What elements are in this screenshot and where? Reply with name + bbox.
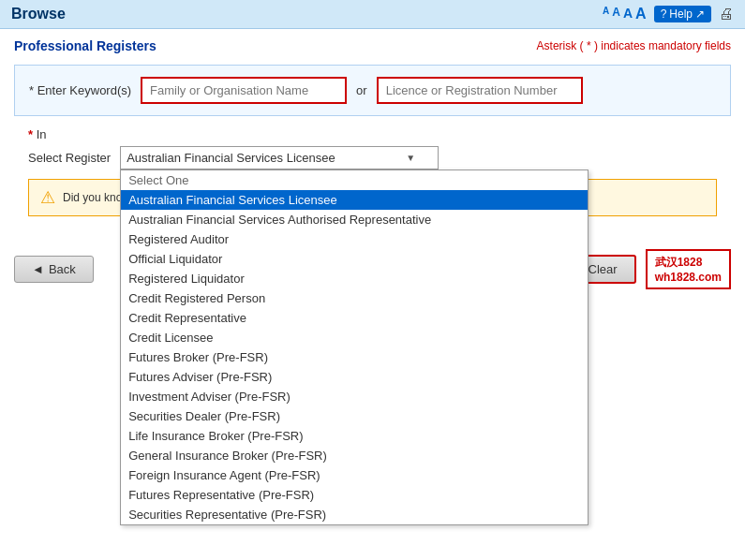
info-icon: ⚠ — [40, 187, 55, 208]
help-label: Help — [669, 7, 693, 21]
back-arrow-icon: ◄ — [32, 262, 44, 276]
font-size-large[interactable]: A — [623, 6, 633, 22]
dropdown-item-fr[interactable]: Futures Representative (Pre-FSR) — [121, 485, 588, 505]
dropdown-item-cr[interactable]: Credit Representative — [121, 308, 588, 328]
print-icon[interactable]: 🖨 — [719, 6, 734, 22]
dropdown-item-cl[interactable]: Credit Licensee — [121, 328, 588, 347]
section-header: Professional Registers Asterisk ( * ) in… — [14, 38, 731, 53]
family-name-input[interactable] — [141, 77, 347, 104]
font-size-medium[interactable]: A — [612, 6, 620, 22]
or-text: or — [356, 83, 367, 97]
font-size-controls: A A A A — [603, 6, 647, 22]
font-size-xlarge[interactable]: A — [635, 6, 647, 22]
main-content: Professional Registers Asterisk ( * ) in… — [0, 29, 745, 235]
help-button[interactable]: ? Help ↗ — [654, 6, 711, 22]
dropdown-item-fa[interactable]: Futures Adviser (Pre-FSR) — [121, 367, 588, 387]
required-star: * — [28, 127, 37, 141]
dropdown-item-lib[interactable]: Life Insurance Broker (Pre-FSR) — [121, 426, 588, 446]
register-dropdown-container: Australian Financial Services Licensee ▼… — [120, 146, 439, 169]
top-bar-right: A A A A ? Help ↗ 🖨 — [603, 6, 734, 22]
watermark: 武汉1828wh1828.com — [646, 249, 731, 289]
back-button[interactable]: ◄ Back — [14, 256, 94, 283]
keyword-label: * Enter Keyword(s) — [29, 83, 131, 97]
dropdown-item-fia[interactable]: Foreign Insurance Agent (Pre-FSR) — [121, 465, 588, 485]
dropdown-item-afsar[interactable]: Australian Financial Services Authorised… — [121, 210, 588, 229]
dropdown-item-fb[interactable]: Futures Broker (Pre-FSR) — [121, 347, 588, 367]
dropdown-item-crp[interactable]: Credit Registered Person — [121, 288, 588, 308]
top-bar: Browse A A A A ? Help ↗ 🖨 — [0, 0, 745, 29]
register-dropdown-menu: Select One Australian Financial Services… — [120, 169, 589, 525]
font-size-small[interactable]: A — [603, 6, 609, 22]
in-label: * In — [28, 127, 717, 141]
dropdown-item-ia[interactable]: Investment Adviser (Pre-FSR) — [121, 387, 588, 406]
dropdown-item-ol[interactable]: Official Liquidator — [121, 249, 588, 269]
select-register-row: Select Register Australian Financial Ser… — [28, 146, 717, 169]
in-section: * In Select Register Australian Financia… — [14, 127, 731, 169]
dropdown-arrow-icon: ▼ — [406, 153, 415, 163]
dropdown-item-sr[interactable]: Securities Representative (Pre-FSR) — [121, 505, 588, 524]
dropdown-item-select-one[interactable]: Select One — [121, 170, 588, 190]
dropdown-item-afsl[interactable]: Australian Financial Services Licensee — [121, 190, 588, 210]
question-icon: ? — [661, 7, 667, 21]
back-label: Back — [49, 262, 76, 276]
section-title: Professional Registers — [14, 38, 156, 53]
dropdown-selected-value: Australian Financial Services Licensee — [127, 151, 335, 165]
in-text: In — [37, 127, 47, 141]
licence-number-input[interactable] — [377, 77, 583, 104]
right-buttons: Clear 武汉1828wh1828.com — [570, 249, 731, 289]
page-title: Browse — [11, 6, 66, 22]
mandatory-note: Asterisk ( * ) indicates mandatory field… — [537, 39, 731, 52]
external-link-icon: ↗ — [695, 7, 705, 21]
dropdown-item-ra[interactable]: Registered Auditor — [121, 229, 588, 249]
dropdown-item-gib[interactable]: General Insurance Broker (Pre-FSR) — [121, 446, 588, 465]
dropdown-item-sd[interactable]: Securities Dealer (Pre-FSR) — [121, 406, 588, 426]
dropdown-item-rl[interactable]: Registered Liquidator — [121, 269, 588, 288]
keyword-section: * Enter Keyword(s) or — [14, 65, 731, 116]
register-dropdown-display[interactable]: Australian Financial Services Licensee ▼ — [120, 146, 439, 169]
select-register-label: Select Register — [28, 151, 111, 165]
